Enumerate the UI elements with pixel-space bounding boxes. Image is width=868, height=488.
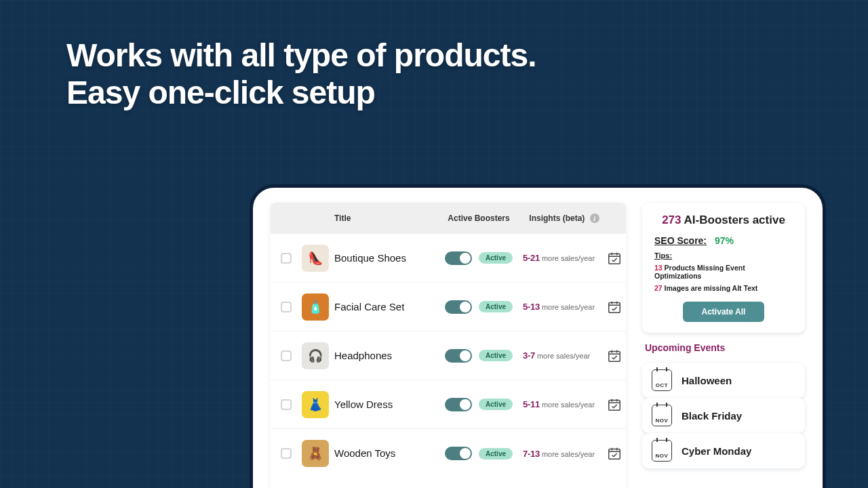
schedule-icon[interactable] [606,298,623,316]
info-icon[interactable]: i [590,214,599,223]
header-title: Title [334,214,435,223]
active-pill: Active [479,252,513,264]
svg-rect-4 [609,449,620,460]
booster-count-title: 273 AI-Boosters active [654,214,793,227]
product-title: Yellow Dress [334,399,393,410]
product-thumbnail: 🧴 [302,293,329,321]
hero-headline: Works with all type of products. Easy on… [66,37,536,111]
event-name: Black Friday [682,410,742,422]
table-header-row: Title Active Boosters Insights (beta) i [271,203,626,234]
insight-text: 5-13 more sales/year [523,302,606,312]
event-item[interactable]: NOVBlack Friday [642,398,805,433]
table-row: 👗Yellow DressActive5-11 more sales/year [271,380,626,429]
upcoming-events-heading: Upcoming Events [642,342,805,353]
insight-text: 5-21 more sales/year [523,253,606,263]
seo-score: SEO Score: 97% [654,235,793,246]
calendar-icon: NOV [652,405,672,426]
product-thumbnail: 🎧 [302,342,329,369]
event-item[interactable]: OCTHalloween [642,363,805,398]
event-item[interactable]: NOVCyber Monday [642,433,805,468]
hero-line-2: Easy one-click setup [66,74,536,111]
tip-row: 27 Images are missing Alt Text [654,284,793,292]
schedule-icon[interactable] [606,347,623,365]
product-title: Facial Care Set [334,301,404,312]
booster-toggle[interactable] [445,349,472,363]
table-row: 🧴Facial Care SetActive5-13 more sales/ye… [271,283,626,331]
insight-text: 7-13 more sales/year [523,449,606,459]
svg-rect-3 [609,400,620,410]
booster-toggle[interactable] [445,300,472,314]
schedule-icon[interactable] [606,396,623,413]
active-pill: Active [479,301,513,312]
product-title: Headphones [334,350,392,361]
tip-row: 13 Products Missing Event Optimizations [654,264,793,280]
schedule-icon[interactable] [606,249,623,267]
calendar-icon: OCT [652,369,672,391]
row-checkbox[interactable] [281,350,292,361]
calendar-icon: NOV [652,440,672,462]
row-checkbox[interactable] [281,302,292,312]
hero-line-1: Works with all type of products. [66,37,536,74]
sidebar: 273 AI-Boosters active SEO Score: 97% Ti… [642,203,805,488]
product-thumbnail: 🧸 [302,440,329,467]
active-pill: Active [479,399,513,410]
insight-text: 5-11 more sales/year [523,399,606,409]
schedule-icon[interactable] [606,445,623,462]
booster-toggle[interactable] [445,447,472,460]
header-insights: Insights (beta) i [523,214,606,224]
product-thumbnail: 👠 [302,245,329,272]
tips-label: Tips: [654,251,793,260]
table-row: 🎧HeadphonesActive3-7 more sales/year [271,331,626,380]
svg-rect-2 [609,351,620,361]
activate-all-button[interactable]: Activate All [683,302,765,322]
product-title: Wooden Toys [334,447,395,459]
booster-toggle[interactable] [445,398,472,411]
header-boosters: Active Boosters [435,214,523,223]
row-checkbox[interactable] [281,448,292,459]
booster-toggle[interactable] [445,251,472,265]
products-table: Title Active Boosters Insights (beta) i … [271,203,626,488]
insight-text: 3-7 more sales/year [523,350,606,361]
svg-rect-1 [609,302,620,312]
event-name: Halloween [682,375,732,386]
svg-rect-0 [609,253,620,264]
product-title: Boutique Shoes [334,252,406,264]
table-row: 👠Boutique ShoesActive5-21 more sales/yea… [271,234,626,283]
app-window: Title Active Boosters Insights (beta) i … [250,184,826,488]
event-name: Cyber Monday [682,445,751,457]
active-pill: Active [479,448,513,460]
stats-card: 273 AI-Boosters active SEO Score: 97% Ti… [642,203,805,333]
table-row: 🧸Wooden ToysActive7-13 more sales/year [271,429,626,478]
row-checkbox[interactable] [281,253,292,264]
active-pill: Active [479,350,513,361]
product-thumbnail: 👗 [302,391,329,418]
row-checkbox[interactable] [281,399,292,410]
